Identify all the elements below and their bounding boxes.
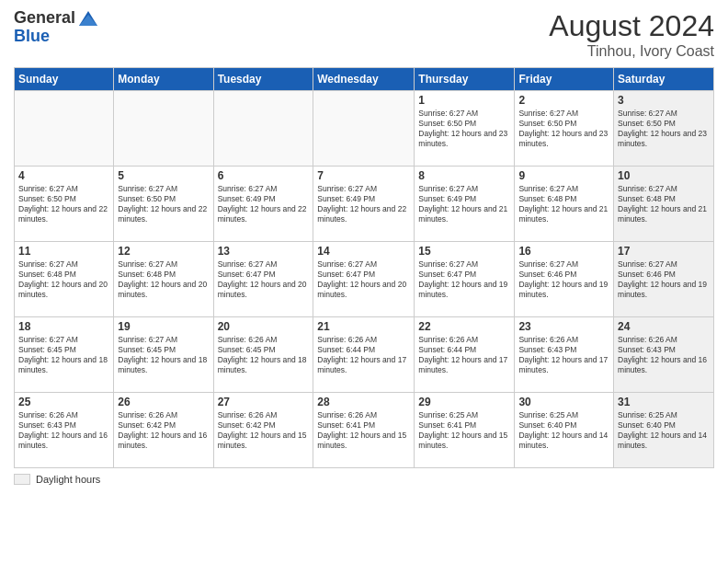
day-number: 10 bbox=[618, 169, 710, 182]
day-info: Sunrise: 6:27 AMSunset: 6:45 PMDaylight:… bbox=[118, 335, 209, 375]
calendar-day: 23Sunrise: 6:26 AMSunset: 6:43 PMDayligh… bbox=[515, 317, 614, 393]
day-info: Sunrise: 6:27 AMSunset: 6:49 PMDaylight:… bbox=[218, 184, 310, 224]
calendar-day: 13Sunrise: 6:27 AMSunset: 6:47 PMDayligh… bbox=[213, 242, 313, 317]
day-number: 23 bbox=[518, 320, 609, 333]
day-number: 25 bbox=[18, 396, 109, 408]
day-info: Sunrise: 6:27 AMSunset: 6:48 PMDaylight:… bbox=[518, 184, 609, 224]
location: Tinhou, Ivory Coast bbox=[549, 43, 714, 60]
title-block: August 2024 Tinhou, Ivory Coast bbox=[549, 9, 714, 60]
calendar-day: 3Sunrise: 6:27 AMSunset: 6:50 PMDaylight… bbox=[614, 91, 714, 167]
calendar-day: 1Sunrise: 6:27 AMSunset: 6:50 PMDaylight… bbox=[415, 91, 515, 167]
day-info: Sunrise: 6:26 AMSunset: 6:42 PMDaylight:… bbox=[218, 410, 310, 451]
calendar-day: 22Sunrise: 6:26 AMSunset: 6:44 PMDayligh… bbox=[415, 317, 515, 393]
calendar-day: 12Sunrise: 6:27 AMSunset: 6:48 PMDayligh… bbox=[114, 242, 213, 317]
calendar-day: 20Sunrise: 6:26 AMSunset: 6:45 PMDayligh… bbox=[213, 317, 313, 393]
day-number: 11 bbox=[18, 245, 109, 258]
calendar-header-row: Sunday Monday Tuesday Wednesday Thursday… bbox=[15, 68, 714, 91]
calendar-day: 16Sunrise: 6:27 AMSunset: 6:46 PMDayligh… bbox=[515, 242, 614, 317]
calendar-day: 28Sunrise: 6:26 AMSunset: 6:41 PMDayligh… bbox=[313, 393, 415, 468]
day-info: Sunrise: 6:25 AMSunset: 6:41 PMDaylight:… bbox=[418, 410, 510, 451]
calendar-day: 14Sunrise: 6:27 AMSunset: 6:47 PMDayligh… bbox=[313, 242, 415, 317]
col-thursday: Thursday bbox=[415, 68, 515, 91]
calendar-day bbox=[114, 91, 213, 167]
day-info: Sunrise: 6:26 AMSunset: 6:43 PMDaylight:… bbox=[18, 410, 109, 451]
calendar-day: 27Sunrise: 6:26 AMSunset: 6:42 PMDayligh… bbox=[213, 393, 313, 468]
day-number: 30 bbox=[518, 396, 609, 408]
day-number: 14 bbox=[317, 245, 410, 258]
calendar-day: 18Sunrise: 6:27 AMSunset: 6:45 PMDayligh… bbox=[15, 317, 114, 393]
logo-icon bbox=[77, 9, 99, 28]
day-info: Sunrise: 6:27 AMSunset: 6:50 PMDaylight:… bbox=[418, 109, 510, 149]
day-info: Sunrise: 6:27 AMSunset: 6:45 PMDaylight:… bbox=[18, 335, 109, 375]
day-number: 16 bbox=[518, 245, 609, 258]
calendar-week-1: 4Sunrise: 6:27 AMSunset: 6:50 PMDaylight… bbox=[15, 167, 714, 242]
calendar-body: 1Sunrise: 6:27 AMSunset: 6:50 PMDaylight… bbox=[15, 91, 714, 468]
logo: General Blue bbox=[14, 9, 101, 46]
calendar-day: 15Sunrise: 6:27 AMSunset: 6:47 PMDayligh… bbox=[415, 242, 515, 317]
day-info: Sunrise: 6:26 AMSunset: 6:41 PMDaylight:… bbox=[317, 410, 410, 451]
legend-box bbox=[14, 474, 30, 485]
logo-general: General bbox=[14, 9, 75, 28]
day-info: Sunrise: 6:27 AMSunset: 6:50 PMDaylight:… bbox=[18, 184, 109, 224]
day-info: Sunrise: 6:26 AMSunset: 6:44 PMDaylight:… bbox=[418, 335, 510, 375]
day-info: Sunrise: 6:26 AMSunset: 6:42 PMDaylight:… bbox=[118, 410, 209, 451]
day-number: 5 bbox=[118, 169, 209, 182]
header: General Blue August 2024 Tinhou, Ivory C… bbox=[14, 9, 714, 60]
day-number: 28 bbox=[317, 396, 410, 408]
calendar-day: 17Sunrise: 6:27 AMSunset: 6:46 PMDayligh… bbox=[614, 242, 714, 317]
day-number: 20 bbox=[218, 320, 310, 333]
calendar-day bbox=[15, 91, 114, 167]
day-info: Sunrise: 6:27 AMSunset: 6:47 PMDaylight:… bbox=[317, 259, 410, 300]
day-info: Sunrise: 6:26 AMSunset: 6:43 PMDaylight:… bbox=[618, 335, 710, 375]
calendar-day: 25Sunrise: 6:26 AMSunset: 6:43 PMDayligh… bbox=[15, 393, 114, 468]
day-info: Sunrise: 6:25 AMSunset: 6:40 PMDaylight:… bbox=[518, 410, 609, 451]
month-year: August 2024 bbox=[549, 9, 714, 43]
legend-label: Daylight hours bbox=[36, 474, 100, 485]
col-sunday: Sunday bbox=[15, 68, 114, 91]
day-number: 26 bbox=[118, 396, 209, 408]
day-number: 22 bbox=[418, 320, 510, 333]
day-info: Sunrise: 6:27 AMSunset: 6:49 PMDaylight:… bbox=[317, 184, 410, 224]
calendar-day: 2Sunrise: 6:27 AMSunset: 6:50 PMDaylight… bbox=[515, 91, 614, 167]
col-friday: Friday bbox=[515, 68, 614, 91]
calendar-day: 26Sunrise: 6:26 AMSunset: 6:42 PMDayligh… bbox=[114, 393, 213, 468]
col-wednesday: Wednesday bbox=[313, 68, 415, 91]
logo-text: General Blue bbox=[14, 9, 101, 46]
day-number: 7 bbox=[317, 169, 410, 182]
day-info: Sunrise: 6:27 AMSunset: 6:47 PMDaylight:… bbox=[418, 259, 510, 300]
day-number: 8 bbox=[418, 169, 510, 182]
day-number: 9 bbox=[518, 169, 609, 182]
calendar-day: 30Sunrise: 6:25 AMSunset: 6:40 PMDayligh… bbox=[515, 393, 614, 468]
day-info: Sunrise: 6:26 AMSunset: 6:43 PMDaylight:… bbox=[518, 335, 609, 375]
day-info: Sunrise: 6:27 AMSunset: 6:48 PMDaylight:… bbox=[618, 184, 710, 224]
calendar-day: 10Sunrise: 6:27 AMSunset: 6:48 PMDayligh… bbox=[614, 167, 714, 242]
day-number: 13 bbox=[218, 245, 310, 258]
calendar-day: 8Sunrise: 6:27 AMSunset: 6:49 PMDaylight… bbox=[415, 167, 515, 242]
day-info: Sunrise: 6:27 AMSunset: 6:48 PMDaylight:… bbox=[18, 259, 109, 300]
calendar-day: 19Sunrise: 6:27 AMSunset: 6:45 PMDayligh… bbox=[114, 317, 213, 393]
calendar-day: 4Sunrise: 6:27 AMSunset: 6:50 PMDaylight… bbox=[15, 167, 114, 242]
day-number: 27 bbox=[218, 396, 310, 408]
day-info: Sunrise: 6:27 AMSunset: 6:48 PMDaylight:… bbox=[118, 259, 209, 300]
calendar-day bbox=[213, 91, 313, 167]
calendar-week-0: 1Sunrise: 6:27 AMSunset: 6:50 PMDaylight… bbox=[15, 91, 714, 167]
calendar-day: 21Sunrise: 6:26 AMSunset: 6:44 PMDayligh… bbox=[313, 317, 415, 393]
calendar-day: 9Sunrise: 6:27 AMSunset: 6:48 PMDaylight… bbox=[515, 167, 614, 242]
calendar-day: 24Sunrise: 6:26 AMSunset: 6:43 PMDayligh… bbox=[614, 317, 714, 393]
col-monday: Monday bbox=[114, 68, 213, 91]
day-number: 17 bbox=[618, 245, 710, 258]
calendar-week-2: 11Sunrise: 6:27 AMSunset: 6:48 PMDayligh… bbox=[15, 242, 714, 317]
svg-marker-1 bbox=[79, 15, 97, 26]
col-tuesday: Tuesday bbox=[213, 68, 313, 91]
day-number: 1 bbox=[418, 94, 510, 107]
day-number: 2 bbox=[518, 94, 609, 107]
day-info: Sunrise: 6:26 AMSunset: 6:45 PMDaylight:… bbox=[218, 335, 310, 375]
day-number: 12 bbox=[118, 245, 209, 258]
day-info: Sunrise: 6:27 AMSunset: 6:50 PMDaylight:… bbox=[518, 109, 609, 149]
day-info: Sunrise: 6:27 AMSunset: 6:46 PMDaylight:… bbox=[518, 259, 609, 300]
legend: Daylight hours bbox=[14, 474, 714, 485]
day-number: 18 bbox=[18, 320, 109, 333]
day-number: 6 bbox=[218, 169, 310, 182]
calendar-table: Sunday Monday Tuesday Wednesday Thursday… bbox=[14, 67, 714, 468]
page: General Blue August 2024 Tinhou, Ivory C… bbox=[0, 0, 728, 563]
